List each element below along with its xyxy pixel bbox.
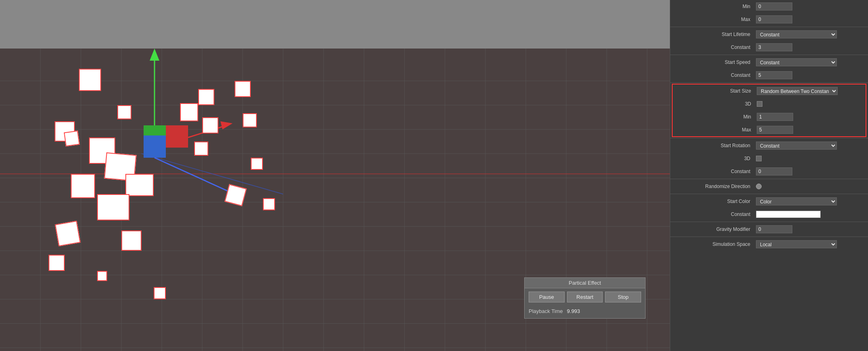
svg-rect-33 — [166, 125, 188, 148]
playback-time-label: Playback Time — [529, 308, 563, 314]
svg-rect-32 — [144, 135, 166, 158]
divider — [670, 194, 868, 194]
playback-time-value: 9.993 — [567, 308, 580, 314]
size-max-label: Max — [676, 127, 757, 133]
particle — [198, 89, 214, 105]
particle — [97, 194, 129, 220]
playback-controls: Pause Restart Stop — [525, 288, 645, 306]
particle — [251, 158, 263, 170]
pause-button[interactable]: Pause — [529, 292, 565, 302]
size-min-input[interactable] — [757, 113, 793, 121]
speed-constant-row: Constant — [670, 69, 868, 82]
start-color-row: Start Color Color Gradient Random Betwee… — [670, 195, 868, 208]
svg-rect-34 — [144, 125, 166, 135]
playback-panel: Partical Effect Pause Restart Stop Playb… — [524, 277, 646, 319]
start-size-dropdown[interactable]: Random Between Two Constant Constant Cur… — [757, 87, 838, 95]
particle — [55, 221, 81, 247]
start-speed-dropdown[interactable]: Constant Random Between Two Constants — [756, 58, 837, 66]
randomize-direction-row: Randomize Direction — [670, 180, 868, 193]
size-3d-label: 3D — [676, 101, 757, 107]
lifetime-constant-label: Constant — [675, 44, 756, 50]
svg-rect-0 — [0, 0, 670, 49]
size-min-row: Min — [673, 110, 866, 123]
start-rotation-row: Start Rotation Constant Random Between T… — [670, 139, 868, 152]
particle — [235, 81, 251, 97]
particle — [202, 117, 218, 133]
stop-button[interactable]: Stop — [605, 292, 641, 302]
particle — [125, 174, 154, 196]
randomize-direction-toggle[interactable] — [756, 184, 762, 189]
start-rotation-label: Start Rotation — [675, 143, 756, 148]
rotation-3d-label: 3D — [675, 156, 756, 161]
start-lifetime-label: Start Lifetime — [675, 32, 756, 37]
particle — [71, 174, 95, 198]
size-min-label: Min — [676, 114, 757, 120]
rotation-constant-label: Constant — [675, 169, 756, 174]
divider — [670, 55, 868, 55]
min-top-input[interactable] — [756, 2, 792, 11]
start-size-label: Start Size — [676, 88, 757, 94]
gravity-modifier-input[interactable] — [756, 225, 792, 233]
randomize-direction-label: Randomize Direction — [675, 184, 756, 189]
lifetime-constant-input[interactable] — [756, 43, 792, 51]
particle — [117, 105, 131, 119]
start-color-label: Start Color — [675, 199, 756, 204]
color-constant-row: Constant — [670, 208, 868, 221]
particle — [263, 198, 275, 210]
particle — [97, 271, 107, 281]
particle — [154, 287, 166, 299]
speed-constant-label: Constant — [675, 72, 756, 78]
divider — [670, 179, 868, 179]
start-speed-label: Start Speed — [675, 59, 756, 65]
start-rotation-dropdown[interactable]: Constant Random Between Two Constants — [756, 142, 837, 150]
size-3d-row: 3D — [673, 97, 866, 110]
max-top-row: Max — [670, 13, 868, 26]
particle — [121, 230, 142, 251]
color-swatch[interactable] — [756, 211, 821, 218]
gravity-modifier-row: Gravity Modifier — [670, 223, 868, 236]
start-size-section: Start Size Random Between Two Constant C… — [672, 84, 866, 137]
playback-time-row: Playback Time 9.993 — [525, 306, 645, 318]
min-top-label: Min — [675, 4, 756, 9]
min-top-row: Min — [670, 0, 868, 13]
speed-constant-input[interactable] — [756, 71, 792, 79]
size-3d-checkbox[interactable] — [757, 101, 762, 107]
start-lifetime-row: Start Lifetime Constant Random Between T… — [670, 28, 868, 41]
start-lifetime-dropdown[interactable]: Constant Random Between Two Constants Cu… — [756, 30, 837, 38]
particle — [194, 142, 208, 156]
rotation-constant-input[interactable] — [756, 167, 792, 176]
divider — [670, 222, 868, 222]
simulation-space-dropdown[interactable]: Local World — [756, 240, 837, 248]
particle — [180, 103, 198, 121]
max-top-label: Max — [675, 17, 756, 22]
scene-viewport[interactable]: Partical Effect Pause Restart Stop Playb… — [0, 0, 670, 351]
particle — [79, 69, 101, 91]
size-max-row: Max — [673, 123, 866, 136]
inspector-panel: Min Max Start Lifetime Constant Random B… — [670, 0, 868, 351]
rotation-3d-checkbox[interactable] — [756, 156, 762, 161]
divider — [670, 237, 868, 237]
divider — [670, 27, 868, 27]
simulation-space-row: Simulation Space Local World — [670, 238, 868, 251]
divider — [670, 138, 868, 138]
divider — [670, 82, 868, 83]
particle — [243, 113, 257, 127]
max-top-input[interactable] — [756, 15, 792, 23]
simulation-space-label: Simulation Space — [675, 241, 756, 247]
lifetime-constant-row: Constant — [670, 41, 868, 54]
particle — [64, 131, 80, 147]
start-speed-row: Start Speed Constant Random Between Two … — [670, 56, 868, 69]
gravity-modifier-label: Gravity Modifier — [675, 226, 756, 232]
particle — [49, 255, 65, 271]
restart-button[interactable]: Restart — [567, 292, 603, 302]
rotation-constant-row: Constant — [670, 165, 868, 178]
start-color-dropdown[interactable]: Color Gradient Random Between Two Colors — [756, 197, 837, 205]
rotation-3d-row: 3D — [670, 152, 868, 165]
color-constant-label: Constant — [675, 211, 756, 217]
start-size-row: Start Size Random Between Two Constant C… — [673, 85, 866, 97]
playback-title: Partical Effect — [525, 278, 645, 288]
size-max-input[interactable] — [757, 126, 793, 134]
